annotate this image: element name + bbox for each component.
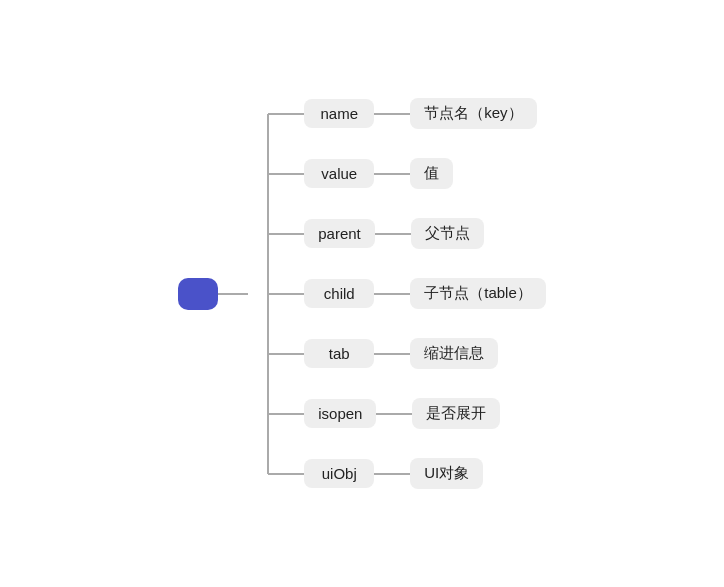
branch-row: tab缩进信息 [268, 324, 546, 384]
branch-value-name: 节点名（key） [410, 98, 536, 129]
branch-key-child: child [304, 279, 374, 308]
branch-value-isopen: 是否展开 [412, 398, 500, 429]
root-connector-line [218, 293, 248, 295]
branch-value-value: 值 [410, 158, 453, 189]
branch-key-uiObj: uiObj [304, 459, 374, 488]
branch-row: value值 [268, 144, 546, 204]
key-connector-line [268, 293, 304, 295]
key-connector-line [268, 113, 304, 115]
value-connector-line [374, 293, 410, 295]
value-connector-line [376, 413, 412, 415]
branch-key-value: value [304, 159, 374, 188]
value-connector-line [374, 473, 410, 475]
branch-value-child: 子节点（table） [410, 278, 546, 309]
branch-row: uiObjUI对象 [268, 444, 546, 504]
branch-key-isopen: isopen [304, 399, 376, 428]
root-node [178, 278, 218, 310]
key-connector-line [268, 473, 304, 475]
branch-key-parent: parent [304, 219, 375, 248]
key-connector-line [268, 353, 304, 355]
key-connector-line [268, 173, 304, 175]
branch-row: isopen是否展开 [268, 384, 546, 444]
value-connector-line [374, 353, 410, 355]
key-connector-line [268, 413, 304, 415]
value-connector-line [374, 113, 410, 115]
branch-key-tab: tab [304, 339, 374, 368]
bracket-svg [248, 84, 268, 504]
branches-container: name节点名（key）value值parent父节点child子节点（tabl… [268, 84, 546, 504]
branch-value-parent: 父节点 [411, 218, 484, 249]
value-connector-line [374, 173, 410, 175]
key-connector-line [268, 233, 304, 235]
value-connector-line [375, 233, 411, 235]
branch-key-name: name [304, 99, 374, 128]
branch-row: parent父节点 [268, 204, 546, 264]
mind-map: name节点名（key）value值parent父节点child子节点（tabl… [178, 84, 546, 504]
branch-row: child子节点（table） [268, 264, 546, 324]
branch-value-tab: 缩进信息 [410, 338, 498, 369]
branch-value-uiObj: UI对象 [410, 458, 483, 489]
branch-row: name节点名（key） [268, 84, 546, 144]
